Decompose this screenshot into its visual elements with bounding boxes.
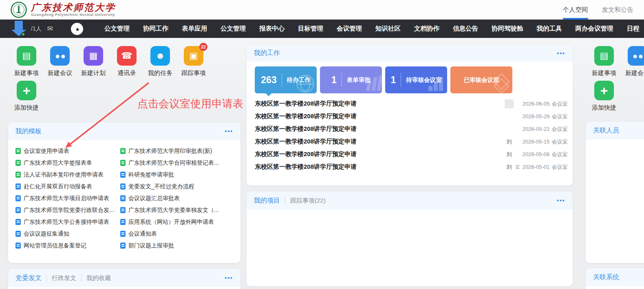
work-row-title[interactable]: 东校区第一教学楼208讲学厅预定申请 — [255, 113, 357, 120]
template-item[interactable]: 会议室使用申请表 — [15, 145, 119, 157]
template-item[interactable]: 会议通知表 — [120, 228, 224, 240]
more-button[interactable]: ••• — [557, 197, 565, 204]
navigation-compass-icon[interactable]: ▲ — [71, 23, 83, 35]
user-avatar[interactable] — [11, 21, 26, 37]
work-row[interactable]: 东校区第一教学楼208讲学厅预定申请 刘 定 2026-05-01 会议室 — [255, 161, 569, 173]
template-item[interactable]: 广东技术师范大学项目启动申请表 — [15, 192, 119, 204]
icon-glyph: + — [23, 84, 31, 97]
nav-menu-item[interactable]: 两办会议管理 — [575, 24, 613, 33]
nav-menu-item[interactable]: 文档协作 — [414, 24, 439, 33]
nav-menu-item[interactable]: 知识社区 — [375, 24, 401, 33]
quick-launch-item[interactable]: ☻ 我的任务 — [143, 46, 177, 77]
add-shortcut-button[interactable]: + 添加快捷 — [587, 81, 621, 112]
quick-launch-label: 跟踪事项 — [181, 69, 206, 77]
document-icon — [15, 160, 21, 166]
work-row-date: 2026-05-29 — [521, 113, 551, 119]
template-item[interactable]: 网站管理员信息备案登记 — [15, 240, 119, 251]
work-row-title[interactable]: 东校区第一教学楼208讲学厅预定申请 — [255, 100, 357, 108]
panel-tab[interactable]: 党委发文 — [15, 274, 42, 282]
work-row[interactable]: 东校区第一教学楼208讲学厅预定申请 刘 2026-05-15 会议室 — [255, 135, 569, 148]
work-row-title[interactable]: 东校区第一教学楼208讲学厅预定申请 — [255, 163, 357, 171]
template-item[interactable]: 会议议题汇总审批表 — [120, 192, 224, 204]
quick-launch-item[interactable]: ☎ 通讯录 — [110, 46, 143, 77]
work-row-title[interactable]: 东校区第一教学楼208讲学厅预定申请 — [255, 150, 357, 158]
originator-name: 刘 — [507, 151, 512, 158]
template-item[interactable]: 党委发文_不经过党办流程 — [120, 181, 224, 192]
work-row[interactable]: 东校区第一教学楼208讲学厅预定申请 2026-06-05 会议室 — [255, 97, 569, 110]
document-icon — [15, 148, 21, 154]
template-item[interactable]: 法人证书副本复印件使用申请表 — [15, 169, 119, 181]
template-label: 广东技术师范大学公务接待申请表 — [24, 218, 109, 226]
nav-menu-item[interactable]: 日程 — [626, 24, 639, 33]
panel-tab[interactable]: 跟踪事项(22) — [285, 197, 326, 205]
panel-tab[interactable]: 行政发文 — [46, 274, 76, 282]
nav-menu-item[interactable]: 协同工作 — [143, 24, 168, 33]
quick-launch-icon[interactable]: ☎ — [117, 46, 137, 66]
stat-card[interactable]: 263 待办工作 — [255, 66, 317, 93]
template-item[interactable]: 科研免签申请审批 — [120, 169, 224, 181]
quick-launch-icon[interactable]: ▦ — [84, 46, 103, 66]
work-row-title[interactable]: 东校区第一教学楼208讲学厅预定申请 — [255, 125, 357, 133]
quick-launch-icon[interactable]: ☻☻ — [50, 46, 70, 66]
template-item[interactable]: 部门议题上报审批 — [120, 240, 224, 251]
more-button[interactable]: ••• — [225, 275, 233, 281]
more-button[interactable]: ••• — [557, 50, 565, 57]
quick-launch-icon[interactable]: ☻ — [150, 46, 170, 66]
quick-launch-item[interactable]: ☻☻ 新建会议 — [43, 46, 77, 77]
mail-icon[interactable]: ✉ — [47, 24, 53, 33]
my-templates-title: 我的模板 — [15, 127, 42, 136]
tab-docs-announcements[interactable]: 发文和公告 — [602, 0, 634, 20]
quick-launch-item[interactable]: ▦ 新建计划 — [77, 46, 110, 77]
related-systems-panel: 关联系统 — [586, 268, 644, 289]
nav-menu-item[interactable]: 表单应用 — [182, 24, 207, 33]
nav-menu-item[interactable]: 目标管理 — [298, 24, 323, 33]
tab-personal-space[interactable]: 个人空间 — [563, 0, 588, 20]
nav-menu-item[interactable]: 公文管理 — [221, 24, 246, 33]
work-row-title[interactable]: 东校区第一教学楼208讲学厅预定申请 — [255, 138, 357, 146]
quick-launch-icon[interactable]: ▣ 22 — [184, 46, 203, 66]
work-row[interactable]: 东校区第一教学楼208讲学厅预定申请 2026-05-22 会议室 — [255, 123, 569, 135]
icon-glyph: ▤ — [22, 51, 31, 60]
template-item[interactable]: 会议议题征集通知 — [15, 228, 119, 240]
stat-card[interactable]: 1 待审核会议室 — [385, 66, 447, 93]
work-row-meta: 刘 定 2026-05-01 会议室 — [504, 163, 569, 171]
nav-menu-item[interactable]: 信息公告 — [453, 24, 478, 33]
work-row[interactable]: 东校区第一教学楼208讲学厅预定申请 2026-05-29 会议室 — [255, 110, 569, 123]
template-item[interactable]: 广东技术师范大学公务接待申请表 — [15, 216, 119, 228]
work-row[interactable]: 东校区第一教学楼208讲学厅预定申请 刘 2026-05-08 会议室 — [255, 148, 569, 161]
quick-launch-item[interactable]: ☻☻ 新建会议 — [621, 46, 644, 77]
my-work-panel: 我的工作 ••• 263 待办工作 1 — [247, 45, 573, 185]
template-item[interactable]: 广东技术师范大学合同审核登记表... — [120, 157, 224, 169]
stat-card[interactable]: 1 表单审批 — [320, 66, 382, 93]
add-shortcut-button[interactable]: + 添加快捷 — [10, 81, 43, 112]
template-item[interactable]: 广东技术师范大学用印审批表(新) — [120, 145, 224, 157]
work-row-date: 2026-06-05 — [521, 101, 551, 107]
panel-tab[interactable]: 我的项目 — [254, 196, 280, 205]
quick-launch-item[interactable]: ▣ 22 跟踪事项 — [177, 46, 210, 77]
template-item[interactable]: 广东技术师范大学签报表单 — [15, 157, 119, 169]
nav-menu-item[interactable]: 我的工具 — [536, 24, 562, 33]
nav-menu-item[interactable]: 公文管理 — [104, 24, 130, 33]
nav-menu-item[interactable]: 协同驾驶舱 — [492, 24, 523, 33]
quick-launch-item[interactable]: ▤ 新建事项 — [587, 46, 621, 77]
university-name: 广东技术师范大学 — [31, 2, 116, 12]
plus-icon[interactable]: + — [594, 81, 614, 100]
template-label: 会议室使用申请表 — [24, 148, 69, 155]
quick-launch-icon[interactable]: ▤ — [17, 46, 36, 66]
nav-menu-item[interactable]: 报表中心 — [259, 24, 285, 33]
quick-launch-item[interactable]: ▤ 新建事项 — [10, 46, 43, 77]
nav-menu-item[interactable]: 会议管理 — [337, 24, 362, 33]
template-item[interactable]: 广东技术师范学院党委行政联合发... — [15, 204, 119, 216]
quick-launch-icon[interactable]: ▤ — [594, 46, 614, 66]
icon-glyph: + — [600, 84, 608, 97]
plus-icon[interactable]: + — [17, 81, 36, 100]
panel-tab[interactable]: 我的收藏 — [81, 274, 111, 282]
stat-cards: 263 待办工作 1 表单审批 1 — [255, 66, 573, 93]
template-item[interactable]: 广东技术师范大学党委单独发文（... — [120, 204, 224, 216]
more-button[interactable]: ••• — [225, 128, 233, 135]
template-item[interactable]: 赴仁化开展双百行动报备表 — [15, 181, 119, 192]
quick-launch-icon[interactable]: ☻☻ — [628, 46, 644, 66]
stat-card[interactable]: 已审核会议室 — [450, 66, 512, 93]
template-item[interactable]: 应用系统（网站）开放外网申请表 — [120, 216, 224, 228]
card-divider — [342, 73, 342, 87]
